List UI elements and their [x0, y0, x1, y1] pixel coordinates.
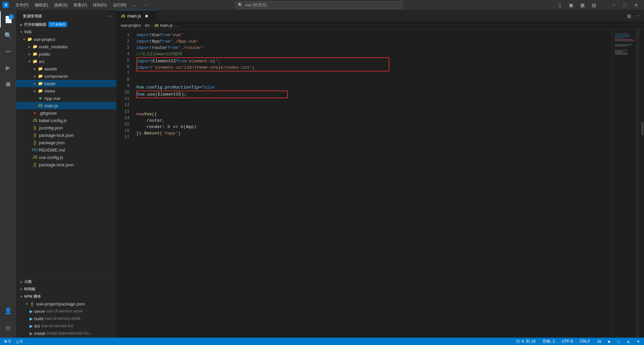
activity-search[interactable]: 🔍 [0, 27, 16, 44]
tree-item-package-lock[interactable]: {} package-lock.json [16, 131, 116, 139]
tab-main-js[interactable]: JS main.js [117, 10, 157, 21]
src-folder-icon: 📁 [32, 59, 38, 64]
tree-item-router[interactable]: ► 📁 router [16, 80, 116, 87]
statusbar-left: ⊗ 0 △ 0 [3, 339, 24, 344]
menu-file[interactable]: 文件(F) [13, 2, 31, 9]
statusbar-icon-4[interactable]: ▼ [635, 340, 641, 343]
menu-goto[interactable]: 转到(G) [90, 2, 109, 9]
activity-explorer[interactable]: 📄 1 [0, 11, 16, 27]
tree-item-jsconfig[interactable]: {} jsconfig.json [16, 124, 116, 131]
breadcrumb-more[interactable]: ... [177, 23, 180, 28]
statusbar-icon-2[interactable]: ◇ [616, 340, 621, 343]
code-editor: 1 2 3 4 5 6 7 8 9 10 11 12 13 14 15 16 1… [117, 29, 644, 338]
scm-icon: ⚯ [6, 48, 11, 55]
open-editors-section: ▶ 打开的编辑器 1个未保存 [16, 21, 116, 28]
npm-header[interactable]: ▼ NPM 脚本 [16, 293, 116, 300]
tree-item-components[interactable]: ► 📁 components [16, 72, 116, 80]
red-box-highlight-10: Vue.use(ElementUI); [136, 91, 288, 98]
open-editors-header[interactable]: ▶ 打开的编辑器 1个未保存 [16, 21, 116, 28]
tree-item-node-modules[interactable]: ► 📁 node_modules [16, 43, 116, 50]
statusbar-icon-3[interactable]: ▲ [625, 340, 631, 343]
minimize-button[interactable]: − [608, 2, 619, 8]
tree-item-babel[interactable]: JS babel.config.js [16, 117, 116, 124]
activity-account[interactable]: 👤 [0, 303, 16, 319]
tree-item-package-lock-2[interactable]: {} package-lock.json [16, 161, 116, 168]
activity-scm[interactable]: ⚯ [0, 44, 16, 60]
tree-item-main-js[interactable]: JS main.js [16, 102, 116, 109]
tree-item-src[interactable]: ▼ 📁 src [16, 58, 116, 65]
editor-scrollbar[interactable] [639, 29, 644, 338]
tree-item-assets[interactable]: ► 📁 assets [16, 65, 116, 72]
tab-label: main.js [127, 13, 141, 18]
close-button[interactable]: ✕ [631, 2, 641, 8]
statusbar-line-col[interactable]: 行 4, 列 16 [515, 339, 537, 344]
nav-forward-button[interactable]: → [152, 2, 157, 8]
vue-chevron: ▼ [19, 29, 24, 35]
code-content[interactable]: import Vue from 'vue' import App from '.… [133, 29, 612, 338]
menu-view[interactable]: 查看(V) [71, 2, 90, 9]
tree-item-public[interactable]: ► 📁 public [16, 50, 116, 58]
breadcrumb-project[interactable]: vue-project [121, 23, 141, 28]
activity-extensions[interactable]: ◼ [0, 76, 16, 92]
json-file-icon: {} [32, 140, 38, 145]
code-line-17 [136, 136, 612, 143]
menu-run[interactable]: 运行(R) [110, 2, 129, 9]
npm-install-run-icon: ▶ [30, 331, 33, 336]
vue-project-chevron: ▼ [21, 37, 27, 42]
titlebar-search[interactable]: 🔍 vue [管理员] [235, 1, 402, 9]
layout-btn-4[interactable]: ▤ [589, 2, 599, 8]
menu-select[interactable]: 选择(S) [51, 2, 70, 9]
nav-back-button[interactable]: ← [144, 2, 149, 8]
menu-more[interactable]: ... [130, 2, 139, 9]
statusbar-errors[interactable]: ⊗ 0 [3, 339, 12, 344]
split-editor-btn[interactable]: ▦ [626, 12, 633, 19]
vue-label: VUE [24, 30, 32, 34]
npm-serve-cmd: vue-cli-service serve [46, 309, 83, 313]
js-file-icon: JS [32, 118, 38, 123]
titlebar-actions: ▯ ▣ ▦ ▤ − □ ✕ [555, 2, 641, 8]
breadcrumb-src[interactable]: src [145, 23, 150, 28]
open-editors-label: 打开的编辑器 [24, 22, 46, 27]
menu-edit[interactable]: 编辑(E) [32, 2, 51, 9]
tree-item-vue-config[interactable]: JS vue.config.js [16, 154, 116, 161]
outline-header[interactable]: ► 大纲 [16, 278, 116, 285]
tree-item-vue-project[interactable]: ▼ 📁 vue-project [16, 36, 116, 43]
tree-item-app-vue[interactable]: ■ App.vue [16, 95, 116, 102]
tabbar-actions: ▦ ⋯ [626, 10, 644, 21]
vue-header[interactable]: ▼ VUE [16, 28, 116, 36]
layout-btn-2[interactable]: ▣ [566, 2, 576, 8]
npm-script-lint[interactable]: ▶ lint vue-cli-service lint [16, 322, 116, 330]
outline-label: 大纲 [24, 279, 32, 284]
npm-chevron: ▼ [19, 294, 24, 299]
statusbar-icon-1[interactable]: ◆ [606, 340, 612, 343]
maximize-button[interactable]: □ [620, 2, 630, 8]
statusbar-line-ending[interactable]: CRLF [578, 339, 591, 344]
npm-script-build[interactable]: ▶ build vue-cli-service build [16, 315, 116, 322]
sidebar-more-btn[interactable]: ··· [107, 13, 112, 19]
layout-btn-1[interactable]: ▯ [555, 2, 565, 8]
statusbar-encoding[interactable]: UTF-8 [560, 339, 574, 344]
breadcrumb-file[interactable]: main.js [160, 23, 173, 28]
explorer-badge: 1 [9, 14, 14, 19]
npm-script-serve[interactable]: ▶ serve vue-cli-service serve [16, 307, 116, 315]
scrollbar-thumb[interactable] [641, 122, 643, 135]
statusbar-warnings[interactable]: △ 0 [15, 339, 24, 344]
app-icon: ⌗ [3, 2, 9, 8]
tree-item-views[interactable]: ► 📁 views [16, 87, 116, 95]
activity-run[interactable]: ▶ [0, 60, 16, 76]
json-file-icon: {} [32, 132, 38, 138]
npm-package-item[interactable]: ▼ {} vue-project\package.json [16, 300, 116, 307]
tree-item-gitignore[interactable]: ♦ .gitignore [16, 109, 116, 117]
statusbar-language[interactable]: Ja [596, 339, 603, 344]
npm-script-install[interactable]: ▶ install install dependencies fro... [16, 330, 116, 337]
more-actions-btn[interactable]: ⋯ [634, 12, 641, 19]
tree-item-package-json[interactable]: {} package.json [16, 139, 116, 146]
tree-item-readme[interactable]: MD README.md [16, 146, 116, 154]
timeline-header[interactable]: ► 时间线 [16, 285, 116, 293]
npm-run-icon: ▶ [30, 309, 33, 314]
layout-btn-3[interactable]: ▦ [578, 2, 588, 8]
statusbar-spaces[interactable]: 空格: 2 [541, 339, 556, 344]
activity-settings[interactable]: ⚙ [0, 320, 16, 336]
code-line-3: import router from './router' [136, 45, 612, 51]
code-line-8 [136, 78, 612, 84]
